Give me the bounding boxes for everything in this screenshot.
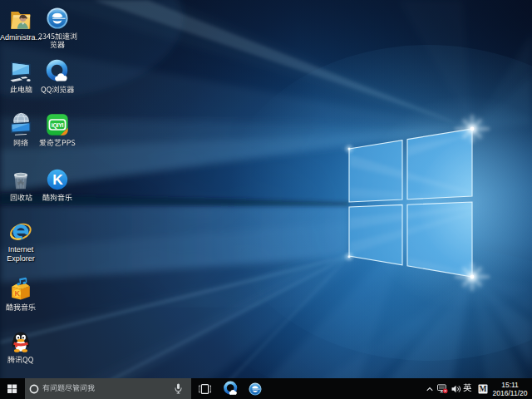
desktop-icon-administrator[interactable]: Administra... xyxy=(2,7,40,42)
task-view-button[interactable] xyxy=(191,378,218,399)
desktop-icon-kugou-music[interactable] xyxy=(38,167,76,202)
kuwo-music-icon xyxy=(8,277,33,302)
windows-start-icon xyxy=(7,384,17,394)
recycle-bin-icon xyxy=(8,167,33,192)
desktop-icon-label: InternetExplorer xyxy=(7,245,35,264)
start-button[interactable] xyxy=(0,378,25,399)
system-tray: M 15:11 2016/11/20 xyxy=(426,378,532,399)
tray-volume[interactable] xyxy=(451,385,461,393)
ime-icon: M xyxy=(478,384,488,394)
taskbar-2345-browser-button[interactable] xyxy=(243,378,268,399)
desktop-icon-label xyxy=(10,86,32,94)
user-folder-icon xyxy=(8,7,33,32)
desktop-icon-kuwo-music[interactable] xyxy=(2,277,40,312)
task-view-icon xyxy=(199,384,211,394)
internet-explorer-icon xyxy=(8,219,33,244)
tray-clock[interactable]: 15:11 2016/11/20 xyxy=(491,381,529,397)
desktop-icon-label xyxy=(38,32,77,50)
desktop-icon-label xyxy=(41,86,74,94)
desktop-icon-recycle-bin[interactable] xyxy=(2,167,40,202)
search-input[interactable] xyxy=(25,378,191,399)
desktop-icon-browser-2345[interactable] xyxy=(38,6,76,50)
desktop-icon-label xyxy=(13,139,28,147)
speaker-icon xyxy=(451,385,461,393)
qq-browser-icon xyxy=(223,381,239,397)
network-icon xyxy=(8,112,33,137)
tray-show-hidden-icons[interactable] xyxy=(426,387,433,392)
cortana-icon xyxy=(29,384,39,394)
desktop-icon-label xyxy=(42,194,72,202)
this-pc-icon xyxy=(8,59,33,84)
wallpaper xyxy=(0,0,532,399)
network-disconnected-icon xyxy=(437,384,448,394)
desktop-icon-label xyxy=(6,303,36,312)
desktop: K iQIYI K Administra... InternetExplorer xyxy=(0,0,532,399)
iqiyi-pps-icon xyxy=(45,112,70,137)
desktop-icon-internet-explorer[interactable]: InternetExplorer xyxy=(2,219,40,264)
desktop-icon-network[interactable] xyxy=(2,112,40,147)
clock-date: 2016/11/20 xyxy=(491,389,529,397)
desktop-icon-tencent-qq[interactable] xyxy=(2,329,40,364)
desktop-icon-label xyxy=(39,139,76,147)
tencent-qq-icon xyxy=(8,329,33,354)
tray-language-indicator[interactable] xyxy=(462,383,473,393)
desktop-icon-label xyxy=(7,356,33,364)
2345-browser-icon xyxy=(248,382,263,397)
qq-browser-icon xyxy=(45,59,70,84)
ime-letter: M xyxy=(480,385,487,393)
taskbar-qq-browser-button[interactable] xyxy=(218,378,243,399)
chevron-up-icon xyxy=(426,387,433,392)
kugou-music-icon xyxy=(45,167,70,192)
desktop-icon-iqiyi-pps[interactable] xyxy=(38,112,76,147)
clock-time: 15:11 xyxy=(491,381,529,389)
tray-network[interactable] xyxy=(437,384,448,394)
desktop-icon-qq-browser[interactable] xyxy=(38,59,76,94)
desktop-icon-label: Administra... xyxy=(0,33,42,42)
taskbar: M 15:11 2016/11/20 xyxy=(0,378,532,399)
desktop-icon-this-pc[interactable] xyxy=(2,59,40,94)
search-placeholder xyxy=(42,384,95,392)
tray-ime-indicator[interactable]: M xyxy=(478,384,488,394)
microphone-icon[interactable] xyxy=(175,383,182,394)
2345-browser-icon xyxy=(45,6,70,31)
desktop-icon-label xyxy=(10,194,32,202)
